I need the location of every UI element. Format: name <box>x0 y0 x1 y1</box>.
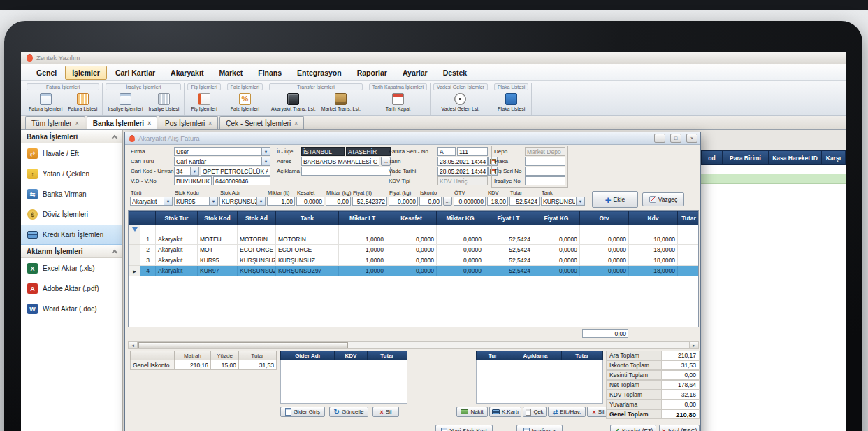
tab-banka-islemleri[interactable]: Banka İşlemleri × <box>87 116 157 129</box>
ekle-button[interactable]: + Ekle <box>592 191 638 208</box>
grid-header-stok-tur[interactable]: Stok Tur <box>156 211 198 225</box>
minimize-button[interactable]: – <box>654 134 665 143</box>
fatura-seri-field[interactable]: A <box>437 147 456 156</box>
firma-combo[interactable]: User ▼ <box>174 147 270 156</box>
grid-cell[interactable]: 1,0000 <box>339 255 386 266</box>
grid-header-stok-kod[interactable]: Stok Kod <box>198 211 238 225</box>
adres-field[interactable]: BARBAROS MAHALLESİ G... <box>301 157 379 166</box>
grid-cell[interactable]: 0,0000 <box>386 266 437 276</box>
menu-akaryakit[interactable]: Akaryakıt <box>164 66 210 80</box>
ribbon-button-fatura-listesi[interactable]: Fatura Listesi <box>66 92 99 115</box>
sidebar-item-excel-aktar[interactable]: X Excel Aktar (.xls) <box>21 258 122 278</box>
grid-cell[interactable]: 1 <box>140 234 156 245</box>
vergi-no-field[interactable]: 6440009046 <box>213 176 270 185</box>
dialog-titlebar[interactable]: Akaryakıt Alış Fatura – □ × <box>125 132 700 145</box>
grid-cell[interactable] <box>678 245 700 255</box>
yuvarlama-value[interactable]: 0,00 <box>661 400 700 409</box>
dropdown-icon[interactable]: ▼ <box>256 197 266 206</box>
grid-cell[interactable]: 0,0000 <box>533 266 580 276</box>
ribbon-button-tarih-kapat[interactable]: Tarih Kapat <box>382 92 414 115</box>
tarih-field[interactable]: 28.05.2021 14:44 <box>437 157 488 166</box>
cari-turu-combo[interactable]: Cari Kartlar ▼ <box>174 157 270 166</box>
grid-cell[interactable]: 0,0000 <box>580 255 629 266</box>
grid-cell[interactable]: ECOFORCE <box>238 245 276 255</box>
tab-pos-islemleri[interactable]: Pos İşlemleri × <box>159 116 218 129</box>
grid-cell[interactable]: 0,0000 <box>437 266 484 276</box>
grid-cell[interactable] <box>678 234 700 245</box>
grid-header-kdv[interactable]: Kdv <box>629 211 678 225</box>
sidebar-item-banka-virman[interactable]: ⇆ Banka Virman <box>21 184 122 204</box>
background-grid-header-karsi[interactable]: Karşı <box>821 150 846 165</box>
grid-cell[interactable]: 52,5424 <box>484 245 533 255</box>
fis-seri-no-field[interactable] <box>525 167 565 176</box>
entry-kdv-field[interactable]: 18,00 <box>487 197 508 206</box>
grid-cell[interactable]: 0,0000 <box>437 245 484 255</box>
grid-row[interactable]: 1 Akaryakıt MOTEU MOTORİN MOTORİN 1,0000… <box>129 234 700 245</box>
eft-havale-button[interactable]: ⇄ Eft./Hav. <box>548 407 586 417</box>
tab-close-icon[interactable]: × <box>147 120 151 127</box>
background-grid-header-para-birimi[interactable]: Para Birimi <box>722 150 769 165</box>
menu-ayarlar[interactable]: Ayarlar <box>396 66 435 80</box>
menu-raporlar[interactable]: Raporlar <box>350 66 394 80</box>
grid-cell[interactable]: Akaryakıt <box>156 266 198 276</box>
menu-market[interactable]: Market <box>212 66 249 80</box>
iptal-button[interactable]: × İptal (ESC) <box>659 425 700 431</box>
grid-cell[interactable]: MOT <box>198 245 238 255</box>
vade-tarihi-field[interactable]: 28.05.2021 14:44 <box>437 167 488 176</box>
ribbon-button-fis-islemleri[interactable]: Fiş İşlemleri <box>188 92 220 115</box>
grid-cell[interactable]: KURŞUNSUZ <box>238 255 276 266</box>
genel-iskonto-matrah[interactable]: 210,16 <box>174 360 211 370</box>
ribbon-button-faiz-islemleri[interactable]: % Faiz İşlemleri <box>229 92 261 115</box>
entry-iskonto-field[interactable]: 0,00 <box>419 197 442 206</box>
entry-fiyat-kg-field[interactable]: 0,0000 <box>389 197 418 206</box>
grid-row-selected[interactable]: ▶ 4 Akaryakıt KUR97 KURŞUNSUZ97 KURŞUNSU… <box>129 266 700 276</box>
grid-header-fiyat-kg[interactable]: Fiyat KG <box>533 211 580 225</box>
yeni-stok-kart-button[interactable]: Yeni Stok Kart <box>435 425 493 431</box>
ribbon-button-plaka-listesi[interactable]: Plaka Listesi <box>496 92 528 115</box>
sidebar-item-adobe-aktar[interactable]: A Adobe Aktar (.pdf) <box>21 278 122 299</box>
ribbon-button-fatura-islemleri[interactable]: Fatura İşlemleri <box>27 92 64 115</box>
grid-cell[interactable]: KURŞUNSUZ <box>276 255 339 266</box>
grid-cell[interactable]: 0,0000 <box>533 234 580 245</box>
grid-cell[interactable]: KURŞUNSUZ97 <box>238 266 276 276</box>
grid-cell[interactable]: 0,0000 <box>533 255 580 266</box>
genel-iskonto-yuzde[interactable]: 15,00 <box>210 360 239 370</box>
grid-cell[interactable] <box>678 266 700 276</box>
ribbon-button-market-trans[interactable]: Market Trans. Lst. <box>319 92 363 115</box>
sidebar-section-banka[interactable]: Banka İşlemleri <box>21 130 122 143</box>
grid-cell[interactable]: 0,0000 <box>580 245 629 255</box>
grid-cell[interactable]: Akaryakıt <box>156 245 198 255</box>
grid-cell[interactable]: MOTORİN <box>276 234 339 245</box>
entry-kesafet-field[interactable]: 0,0000 <box>296 197 324 206</box>
dropdown-icon[interactable]: ▼ <box>261 147 270 156</box>
grid-header-miktar-kg[interactable]: Miktar KG <box>437 211 484 225</box>
grid-cell[interactable]: 52,5424 <box>484 234 533 245</box>
dropdown-icon[interactable]: ▼ <box>261 157 270 166</box>
grid-cell[interactable]: 0,0000 <box>437 234 484 245</box>
ilce-field[interactable]: ATAŞEHİR <box>346 147 391 156</box>
grid-cell[interactable]: 0,0000 <box>437 255 484 266</box>
grid-cell[interactable]: 1,0000 <box>339 266 386 276</box>
grid-cell[interactable]: ECOFORCE <box>276 245 339 255</box>
tab-close-icon[interactable]: × <box>75 120 79 127</box>
grid-header-tank[interactable]: Tank <box>276 211 339 225</box>
scrollbar-thumb[interactable] <box>138 342 348 348</box>
il-field[interactable]: İSTANBUL <box>301 147 345 156</box>
sidebar-item-yatan-cekilen[interactable]: ↕ Yatan / Çekilen <box>21 164 122 184</box>
background-grid-row[interactable] <box>701 165 846 174</box>
sidebar-item-havale-eft[interactable]: ⇄ Havale / Eft <box>21 143 122 164</box>
grid-cell[interactable]: MOTEU <box>198 234 238 245</box>
grid-cell[interactable]: 18,0000 <box>629 234 678 245</box>
sidebar-section-aktarim[interactable]: Aktarım İşlemleri <box>21 245 122 258</box>
entry-tank-combo[interactable]: KURŞUNSUZ ▼ <box>541 197 585 206</box>
grid-header-kesafet[interactable]: Kesafet <box>386 211 437 225</box>
gider-list-body[interactable] <box>280 360 407 404</box>
grid-cell[interactable]: 18,0000 <box>629 255 678 266</box>
ribbon-button-irsaliye-listesi[interactable]: İrsaliye Listesi <box>146 92 181 115</box>
grid-cell[interactable]: Akaryakıt <box>156 234 198 245</box>
grid-cell[interactable]: 4 <box>140 266 156 276</box>
menu-destek[interactable]: Destek <box>436 66 474 80</box>
grid-cell[interactable] <box>678 255 700 266</box>
grid-header-tutar[interactable]: Tutar <box>678 211 700 225</box>
ribbon-button-akaryakit-trans[interactable]: Akaryakıt Trans. Lst. <box>269 92 318 115</box>
